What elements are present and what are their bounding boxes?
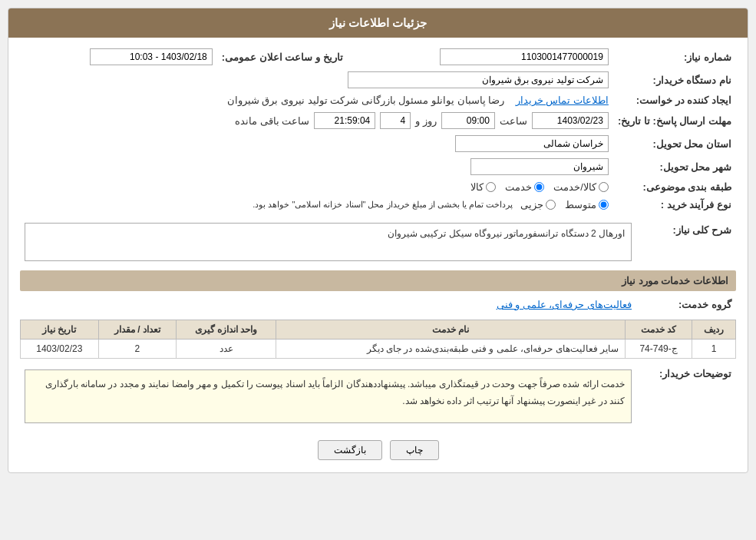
main-card: جزئیات اطلاعات نیاز شماره نیاز: تاریخ و … [8, 8, 748, 473]
label-tabaghe: طبقه بندی موضوعی: [613, 178, 736, 196]
row-noe-farayand: نوع فرآیند خرید : متوسط جزیی [20, 196, 736, 214]
input-shomare[interactable] [440, 48, 609, 65]
col-kod: کد خدمت [625, 320, 692, 340]
label-tozi: توضیحات خریدار: [636, 363, 736, 429]
label-nam-dastgah: نام دستگاه خریدار: [613, 68, 736, 91]
label-ostan: استان محل تحویل: [613, 132, 736, 155]
radio-jozi[interactable]: جزیی [520, 199, 556, 210]
row-sharh: شرح کلی نیاز: اورهال 2 دستگاه ترانسفورما… [20, 220, 736, 264]
col-radif: ردیف [692, 320, 736, 340]
label-ijad: ایجاد کننده در خواست: [613, 91, 736, 109]
chap-button[interactable]: چاپ [390, 440, 439, 460]
radio-kala-khedmat[interactable]: کالا/خدمت [553, 181, 609, 193]
link-ettelaat-tamas[interactable]: اطلاعات تماس خریدار [516, 94, 609, 106]
section-khedamat: اطلاعات خدمات مورد نیاز [20, 270, 736, 291]
input-saat[interactable] [441, 112, 495, 129]
radio-kala[interactable]: کالا [470, 181, 496, 193]
label-shahr: شهر محل تحویل: [613, 155, 736, 178]
row-shahr: شهر محل تحویل: [20, 155, 736, 178]
label-mohlat: مهلت ارسال پاسخ: تا تاریخ: [613, 109, 736, 132]
col-vahed: واحد اندازه گیری [177, 320, 276, 340]
label-saat: ساعت [500, 115, 527, 127]
sharh-table: شرح کلی نیاز: اورهال 2 دستگاه ترانسفورما… [20, 220, 736, 264]
input-shahr[interactable] [470, 158, 609, 175]
row-tozi: توضیحات خریدار: خدمت ارائه شده صرفاً جهت… [20, 363, 736, 429]
col-tarikh: تاریخ نیاز [21, 320, 99, 340]
cell-nam: سایر فعالیت‌های حرفه‌ای، علمی و فنی طبقه… [276, 340, 626, 359]
label-shomare: شماره نیاز: [613, 45, 736, 68]
ijad-value: رضا پاسبان یوانلو مسئول بازرگانی شرکت تو… [227, 94, 505, 106]
label-noe-farayand: نوع فرآیند خرید : [613, 196, 736, 214]
tozi-box: خدمت ارائه شده صرفاً جهت وحدت در قیمتگذا… [25, 369, 632, 423]
input-baghimande-time[interactable] [314, 112, 375, 129]
sharh-value: اورهال 2 دستگاه ترانسفورماتور نیروگاه سی… [388, 228, 625, 239]
input-ostan[interactable] [455, 135, 609, 152]
label-sharh: شرح کلی نیاز: [636, 220, 736, 264]
row-ostan: استان محل تحویل: [20, 132, 736, 155]
tozi-table: توضیحات خریدار: خدمت ارائه شده صرفاً جهت… [20, 363, 736, 429]
info-table: شماره نیاز: تاریخ و ساعت اعلان عمومی: نا… [20, 45, 736, 214]
radio-motevaset[interactable]: متوسط [565, 199, 609, 210]
col-tedad: تعداد / مقدار [98, 320, 177, 340]
tozi-value: خدمت ارائه شده صرفاً جهت وحدت در قیمتگذا… [45, 379, 625, 406]
table-row: 1 ج-749-74 سایر فعالیت‌های حرفه‌ای، علمی… [21, 340, 736, 359]
header-title: جزئیات اطلاعات نیاز [329, 16, 427, 29]
grooh-table: گروه خدمت: فعالیت‌های حرفه‌ای، علمی و فن… [20, 296, 736, 313]
button-row: چاپ بازگشت [20, 440, 736, 460]
table-header-row: ردیف کد خدمت نام خدمت واحد اندازه گیری ت… [21, 320, 736, 340]
row-grooh: گروه خدمت: فعالیت‌های حرفه‌ای، علمی و فن… [20, 296, 736, 313]
input-nam-dastgah[interactable] [348, 71, 609, 88]
card-header: جزئیات اطلاعات نیاز [8, 8, 748, 38]
cell-tedad: 2 [98, 340, 177, 359]
sharh-box: اورهال 2 دستگاه ترانسفورماتور نیروگاه سی… [25, 223, 632, 261]
label-tarikh-elan: تاریخ و ساعت اعلان عمومی: [217, 45, 348, 68]
label-grooh: گروه خدمت: [636, 296, 736, 313]
cell-radif: 1 [692, 340, 736, 359]
input-roz[interactable] [380, 112, 411, 129]
row-shomare: شماره نیاز: تاریخ و ساعت اعلان عمومی: [20, 45, 736, 68]
cell-tarikh: 1403/02/23 [21, 340, 99, 359]
col-nam: نام خدمت [276, 320, 626, 340]
farayand-desc: پرداخت تمام یا بخشی از مبلغ خریداز محل "… [253, 200, 513, 210]
row-mohlat: مهلت ارسال پاسخ: تا تاریخ: ساعت روز و سا… [20, 109, 736, 132]
cell-kod: ج-749-74 [625, 340, 692, 359]
bazgasht-button[interactable]: بازگشت [318, 440, 382, 460]
radio-khedmat[interactable]: خدمت [505, 181, 544, 193]
label-baghimande: ساعت باقی مانده [235, 115, 309, 127]
row-ijad: ایجاد کننده در خواست: اطلاعات تماس خریدا… [20, 91, 736, 109]
row-tabaghe: طبقه بندی موضوعی: کالا/خدمت خدمت [20, 178, 736, 196]
label-roz: روز و [415, 115, 437, 127]
grooh-value[interactable]: فعالیت‌های حرفه‌ای، علمی و فنی [497, 299, 632, 310]
row-nam-dastgah: نام دستگاه خریدار: [20, 68, 736, 91]
page-container: جزئیات اطلاعات نیاز شماره نیاز: تاریخ و … [0, 0, 756, 540]
input-tarikh-elan[interactable] [90, 48, 213, 65]
cell-vahed: عدد [177, 340, 276, 359]
input-date[interactable] [532, 112, 609, 129]
services-table: ردیف کد خدمت نام خدمت واحد اندازه گیری ت… [20, 320, 736, 359]
card-body: شماره نیاز: تاریخ و ساعت اعلان عمومی: نا… [8, 38, 748, 472]
